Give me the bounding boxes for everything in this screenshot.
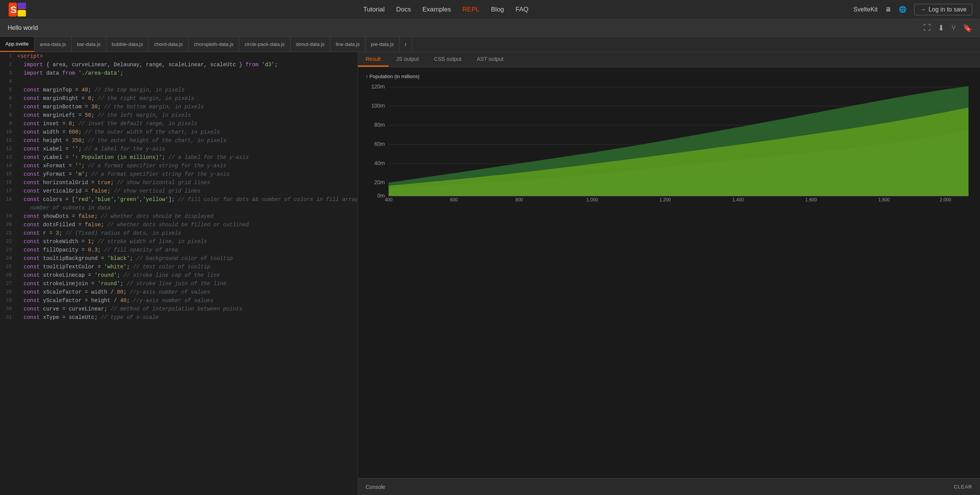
nav-repl[interactable]: REPL [462,6,479,13]
code-line-7: 7 const marginBottom = 30; // the bottom… [0,103,358,111]
code-line-21: 21 const r = 3; // (fixed) radius of dot… [0,229,358,237]
code-line-16: 16 const horizontalGrid = true; // show … [0,178,358,187]
monitor-icon[interactable]: 🖥 [885,6,891,13]
svg-text:800: 800 [515,197,523,202]
svg-text:1,800: 1,800 [878,197,890,202]
code-lines: 1 <script> 2 import { area, curveLinear,… [0,52,358,322]
code-line-6: 6 const marginRight = 0; // the right ma… [0,94,358,103]
code-line-13: 13 const yLabel = '↑ Population (in mill… [0,153,358,162]
file-tabs: App.svelte area-data.js bar-data.js bubb… [0,37,980,52]
code-line-22: 22 const strokeWidth = 1; // stroke widt… [0,237,358,246]
code-line-1: 1 <script> [0,52,358,60]
code-line-18b: number of subsets in data [0,204,358,212]
tab-app-svelte[interactable]: App.svelte [0,37,34,52]
project-title: Hello world [8,25,38,31]
console-label: Console [366,484,385,490]
tab-js-output[interactable]: JS output [389,52,426,67]
svg-text:40m: 40m [374,160,385,166]
code-line-29: 29 const yScalefactor = height / 40; //y… [0,296,358,305]
fullscreen-button[interactable]: ⛶ [923,23,931,32]
nav-blog[interactable]: Blog [491,6,504,13]
tab-chord-data[interactable]: chord-data.js [149,37,188,52]
code-line-11: 11 const height = 350; // the outer heig… [0,136,358,145]
download-button[interactable]: ⬇ [938,23,944,33]
tab-result[interactable]: Result [358,52,389,67]
nav-examples[interactable]: Examples [422,6,451,13]
right-panel: Result JS output CSS output AST output ↑… [358,52,980,495]
code-line-9: 9 const inset = 0; // inset the default … [0,119,358,128]
code-line-5: 5 const marginTop = 40; // the top margi… [0,86,358,94]
code-line-2: 2 import { area, curveLinear, Delaunay, … [0,60,358,69]
code-line-25: 25 const tooltipTextColor = 'white'; // … [0,263,358,271]
tab-css-output[interactable]: CSS output [426,52,469,67]
tab-more[interactable]: r [400,37,412,52]
code-line-14: 14 const xFormat = ''; // a format speci… [0,162,358,170]
svg-text:1,200: 1,200 [659,197,671,202]
login-arrow-icon: → [920,6,926,13]
code-line-31: 31 const xType = scaleUtc; // type of x-… [0,313,358,322]
svg-text:100m: 100m [371,103,385,109]
code-line-15: 15 const yFormat = 'm'; // a format spec… [0,170,358,178]
title-bar-actions: ⛶ ⬇ ⑂ 🔖 [923,23,972,33]
login-button[interactable]: → Log in to save [914,4,972,15]
nav-faq[interactable]: FAQ [516,6,529,13]
svg-text:1,000: 1,000 [586,197,598,202]
svg-text:0m: 0m [377,193,385,199]
svg-rect-5 [18,10,26,16]
tab-bar-data[interactable]: bar-data.js [72,37,106,52]
tab-bubble-data[interactable]: bubble-data.js [106,37,149,52]
main-content: 1 <script> 2 import { area, curveLinear,… [0,52,980,495]
code-line-4: 4 [0,77,358,86]
code-line-3: 3 import data from './area-data'; [0,69,358,77]
code-editor[interactable]: 1 <script> 2 import { area, curveLinear,… [0,52,358,495]
nav-right: SvelteKit 🖥 🌐 → Log in to save [853,4,972,15]
svg-text:80m: 80m [374,122,385,128]
chart-title: ↑ Population (in millions) [366,74,972,79]
result-area: ↑ Population (in millions) 120m 100m 80m… [358,67,980,478]
clear-console-button[interactable]: CLEAR [954,484,972,490]
tab-ast-output[interactable]: AST output [469,52,511,67]
tab-donut-data[interactable]: donut-data.js [291,37,330,52]
code-line-26: 26 const strokeLinecap = 'round'; // str… [0,271,358,279]
tab-choropleth-data[interactable]: choropleth-data.js [189,37,239,52]
code-line-20: 20 const dotsFilled = false; // whether … [0,221,358,229]
svg-text:1,400: 1,400 [732,197,744,202]
chart-container: 120m 100m 80m 60m 40m 20m 0m [366,83,972,213]
tab-pie-data[interactable]: pie-data.js [366,37,400,52]
svg-text:1,600: 1,600 [805,197,817,202]
sveltekit-brand: SvelteKit [853,6,877,13]
code-line-12: 12 const xLabel = ''; // a label for the… [0,145,358,153]
nav-docs[interactable]: Docs [396,6,411,13]
svg-text:120m: 120m [371,83,385,90]
svelte-logo[interactable]: S [8,3,27,16]
svg-rect-4 [18,3,26,9]
tab-area-data[interactable]: area-data.js [34,37,72,52]
code-line-8: 8 const marginLeft = 50; // the left mar… [0,111,358,119]
code-line-10: 10 const width = 600; // the outer width… [0,128,358,136]
fork-button[interactable]: ⑂ [951,23,956,32]
globe-icon[interactable]: 🌐 [899,6,906,13]
code-line-19: 19 const showDots = false; // whether do… [0,212,358,221]
tab-line-data[interactable]: line-data.js [330,37,366,52]
svg-text:2,000: 2,000 [940,197,951,202]
top-nav: S Tutorial Docs Examples REPL Blog FAQ S… [0,0,980,19]
output-tabs: Result JS output CSS output AST output [358,52,980,67]
nav-links: Tutorial Docs Examples REPL Blog FAQ [38,6,853,13]
svg-text:60m: 60m [374,141,385,147]
svg-text:400: 400 [385,197,392,202]
tab-circle-pack-data[interactable]: circle-pack-data.js [239,37,291,52]
bookmark-button[interactable]: 🔖 [963,23,972,33]
code-line-18: 18 const colors = ['red','blue','green',… [0,195,358,204]
code-line-30: 30 const curve = curveLinear; // method … [0,305,358,313]
code-line-27: 27 const strokeLinejoin = 'round'; // st… [0,279,358,288]
code-line-23: 23 const fillOpacity = 0.3; // fill opac… [0,246,358,254]
svg-text:S: S [10,5,17,15]
code-line-28: 28 const xScalefactor = width / 80; //y-… [0,288,358,296]
console-bar: Console CLEAR [358,478,980,495]
code-line-24: 24 const tooltipBackground = 'black'; //… [0,254,358,263]
svg-text:600: 600 [450,197,458,202]
title-bar: Hello world ⛶ ⬇ ⑂ 🔖 [0,19,980,37]
area-chart-svg: 120m 100m 80m 60m 40m 20m 0m [366,83,972,202]
nav-tutorial[interactable]: Tutorial [363,6,385,13]
svg-text:20m: 20m [374,179,385,185]
